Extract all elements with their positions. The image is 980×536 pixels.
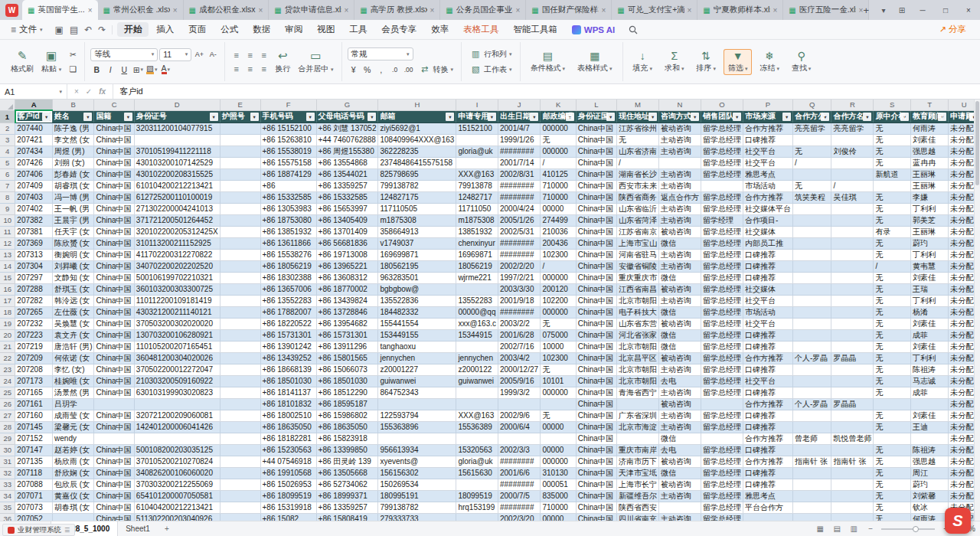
cell[interactable]: 留学总经理: [701, 387, 743, 398]
cell[interactable]: 340826200106060020: [134, 467, 220, 479]
cell[interactable]: 吴焕慧 (女: [53, 318, 94, 329]
cell[interactable]: China中国: [94, 157, 134, 168]
cell[interactable]: [220, 237, 260, 249]
cell[interactable]: 500108200203035125: [134, 444, 220, 456]
cell[interactable]: +86 13399850: [316, 444, 378, 456]
cell[interactable]: 雅思考点: [743, 168, 793, 180]
row-number[interactable]: 21: [0, 341, 15, 352]
cell[interactable]: z2000122: [456, 364, 498, 375]
cell[interactable]: +86 18002510: [260, 410, 316, 421]
cell[interactable]: 2002/2/20: [498, 260, 541, 272]
cell[interactable]: 无: [541, 318, 576, 329]
cell[interactable]: [220, 123, 260, 134]
cell[interactable]: z20001227: [378, 364, 456, 375]
cell[interactable]: 156156302: [378, 467, 456, 479]
cell[interactable]: 180562195: [378, 260, 456, 272]
cell[interactable]: 2002/9/6: [498, 410, 541, 421]
cell[interactable]: 11711050: [456, 203, 498, 214]
ribbon-button[interactable]: ▦表格样式 ▾: [573, 49, 616, 75]
cell[interactable]: 四川省南充: [617, 513, 659, 521]
cell[interactable]: +86 18635050: [260, 421, 316, 433]
cell[interactable]: 口碑推荐: [743, 479, 793, 490]
cell[interactable]: 山东省临沂: [617, 203, 659, 214]
cell[interactable]: 000000: [541, 272, 576, 283]
row-number[interactable]: 20: [0, 329, 15, 341]
cell[interactable]: [220, 226, 260, 237]
cell[interactable]: +86 13544021: [316, 168, 378, 180]
cell[interactable]: 无: [874, 490, 910, 502]
cell[interactable]: [220, 168, 260, 180]
cell[interactable]: [220, 191, 260, 203]
cell[interactable]: [793, 329, 831, 341]
cell[interactable]: 口碑推荐: [743, 329, 793, 341]
filter-dropdown-icon[interactable]: ▾: [863, 113, 871, 121]
cell[interactable]: [456, 341, 498, 352]
cell[interactable]: 无: [874, 513, 910, 521]
cell[interactable]: [793, 513, 831, 521]
cell[interactable]: 207381: [15, 226, 53, 237]
file-tab[interactable]: ▦公务员国企事业单...×: [440, 0, 526, 20]
cell[interactable]: 河南省驻马: [617, 249, 659, 260]
cell[interactable]: 社交媒体平台: [743, 203, 793, 214]
cell[interactable]: 无: [874, 214, 910, 226]
filter-button[interactable]: ▼筛选 ▾: [724, 49, 752, 75]
cell[interactable]: 1999/1/26: [498, 134, 541, 145]
cell[interactable]: /: [874, 260, 910, 272]
cell[interactable]: [220, 513, 260, 521]
cell[interactable]: [456, 134, 498, 145]
cell[interactable]: 207135: [15, 456, 53, 467]
cell[interactable]: 返点合作方: [659, 191, 701, 203]
cell[interactable]: +86 13405409: [316, 214, 378, 226]
cell[interactable]: [378, 433, 456, 444]
menu-tab[interactable]: 页面: [181, 22, 213, 37]
cell[interactable]: [831, 272, 874, 283]
cell[interactable]: 207219: [15, 341, 53, 352]
cell[interactable]: xxx@163.c: [456, 318, 498, 329]
cell[interactable]: +86 15731301: [260, 329, 316, 341]
cell[interactable]: 15320563: [456, 444, 498, 456]
scrollbar-thumb[interactable]: [975, 101, 979, 185]
column-letter[interactable]: T: [910, 100, 948, 110]
cell[interactable]: 社交平台: [743, 145, 793, 157]
cell[interactable]: +86 13359257: [316, 180, 378, 191]
cell[interactable]: 169699871: [378, 249, 456, 260]
cell[interactable]: China中国: [576, 387, 616, 398]
cell[interactable]: 10000: [541, 341, 576, 352]
cell[interactable]: 799138782: [378, 502, 456, 513]
cell[interactable]: 207173: [15, 375, 53, 387]
cell[interactable]: China中国: [576, 421, 616, 433]
cell[interactable]: [831, 214, 874, 226]
cell[interactable]: [220, 157, 260, 168]
cell[interactable]: 370105200210270824: [134, 456, 220, 467]
cell[interactable]: [220, 180, 260, 191]
cell[interactable]: 207288: [15, 283, 53, 295]
cell[interactable]: 无: [874, 145, 910, 157]
cell[interactable]: [910, 398, 948, 410]
cell[interactable]: 210303200509160922: [134, 375, 220, 387]
filter-dropdown-icon[interactable]: ▾: [648, 113, 657, 121]
cell[interactable]: 留学总经理: [701, 444, 743, 456]
select-all-corner[interactable]: [0, 100, 15, 110]
cell[interactable]: /: [617, 157, 659, 168]
cell[interactable]: 被动咨询: [659, 398, 701, 410]
cell[interactable]: 微信: [659, 306, 701, 318]
ribbon-button[interactable]: ⇅排序 ▾: [692, 49, 720, 75]
row-number[interactable]: 6: [0, 168, 15, 180]
cell[interactable]: [617, 398, 659, 410]
cell[interactable]: [220, 352, 260, 364]
cell[interactable]: 口碑推荐: [743, 410, 793, 421]
row-number[interactable]: 2: [0, 123, 15, 134]
menu-tab[interactable]: 视图: [310, 22, 341, 37]
cell[interactable]: 207209: [15, 352, 53, 364]
cell[interactable]: 吕玥学: [53, 398, 94, 410]
cell[interactable]: +86 田灵岭 139: [316, 456, 378, 467]
cell[interactable]: 刘昪曦 (女: [53, 260, 94, 272]
file-tab[interactable]: ▦常州公积金 .xlsx×: [98, 0, 184, 20]
cell[interactable]: 207147: [15, 444, 53, 456]
cell[interactable]: [53, 513, 94, 521]
header-cell[interactable]: ▾市场来源: [743, 110, 793, 123]
column-letter[interactable]: N: [659, 100, 701, 110]
cell[interactable]: 15615630: [456, 467, 498, 479]
cell[interactable]: [831, 444, 874, 456]
cell[interactable]: China中国: [94, 295, 134, 306]
